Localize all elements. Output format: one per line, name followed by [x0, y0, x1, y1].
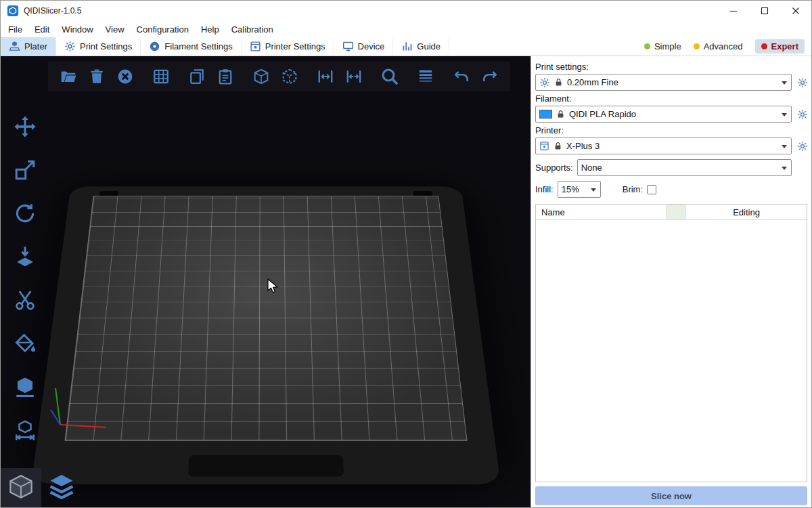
arrows-between-bars-icon — [317, 68, 334, 85]
mode-expert[interactable]: Expert — [755, 39, 805, 54]
rotate-button[interactable] — [5, 194, 45, 232]
search-icon — [380, 67, 399, 86]
fill-bed-button[interactable] — [314, 65, 337, 88]
menu-calibration[interactable]: Calibration — [225, 22, 279, 37]
flatten-icon — [14, 245, 37, 268]
advanced-dot-icon — [694, 43, 700, 49]
minimize-button[interactable] — [718, 1, 749, 21]
filament-combo[interactable]: QIDI PLA Rapido — [535, 106, 792, 123]
delete-button[interactable] — [85, 65, 108, 88]
paste-icon — [217, 68, 234, 85]
tab-printer-settings[interactable]: Printer Settings — [242, 37, 334, 56]
filament-gear-button[interactable] — [796, 107, 809, 122]
mode-simple[interactable]: Simple — [644, 41, 681, 51]
scale-icon — [14, 158, 37, 182]
copy-icon — [188, 68, 206, 85]
maximize-button[interactable] — [749, 1, 780, 21]
rotate-icon — [14, 202, 37, 225]
editor-view-button[interactable] — [1, 468, 41, 507]
menu-configuration[interactable]: Configuration — [131, 22, 195, 37]
brim-checkbox[interactable] — [647, 185, 656, 194]
build-plate-scene — [1, 56, 531, 507]
copy-button[interactable] — [185, 65, 208, 88]
cut-button[interactable] — [5, 281, 45, 319]
move-arrows-icon — [14, 115, 37, 138]
tab-print-settings[interactable]: Print Settings — [56, 37, 141, 56]
support-cube-icon — [14, 375, 37, 398]
move-button[interactable] — [5, 108, 45, 146]
delete-all-button[interactable] — [114, 65, 137, 88]
supports-combo[interactable]: None — [577, 159, 792, 176]
titlebar: QIDISlicer-1.0.5 — [1, 1, 811, 21]
undo-button[interactable] — [450, 65, 473, 88]
tab-label: Print Settings — [80, 41, 132, 51]
menu-edit[interactable]: Edit — [28, 22, 55, 37]
chevron-down-icon — [591, 188, 596, 194]
build-plate-grid — [65, 196, 468, 440]
split-parts-button[interactable] — [278, 65, 301, 88]
arrange-button[interactable] — [150, 65, 173, 88]
tab-label: Guide — [417, 41, 441, 51]
object-list-body[interactable] — [536, 220, 807, 482]
place-on-face-button[interactable] — [5, 238, 45, 276]
printer-bed-frame — [31, 186, 501, 484]
open-folder-icon — [60, 68, 77, 85]
scale-button[interactable] — [5, 151, 45, 189]
printer-icon — [250, 41, 261, 52]
preview-view-button[interactable] — [41, 468, 82, 507]
gear-icon — [797, 141, 808, 152]
plater-icon — [9, 41, 20, 52]
mode-advanced[interactable]: Advanced — [694, 41, 743, 51]
menu-file[interactable]: File — [2, 22, 28, 37]
support-button[interactable] — [5, 368, 45, 406]
menu-window[interactable]: Window — [55, 22, 99, 37]
search-button[interactable] — [378, 65, 401, 88]
print-settings-gear-button[interactable] — [796, 75, 809, 90]
bed-handle — [188, 455, 344, 477]
redo-arrow-icon — [481, 68, 499, 85]
scissors-icon — [14, 289, 37, 312]
arrange-grid-icon — [152, 68, 170, 85]
menu-help[interactable]: Help — [195, 22, 225, 37]
preview-layers-icon — [46, 472, 77, 503]
lock-icon — [554, 78, 563, 87]
mode-switcher: Simple Advanced Expert — [644, 37, 811, 56]
chevron-down-icon — [782, 145, 787, 151]
printer-gear-button[interactable] — [796, 139, 809, 154]
viewport-top-toolbar — [48, 62, 510, 91]
variable-layer-height-button[interactable] — [414, 65, 437, 88]
lock-icon — [556, 110, 565, 119]
remove-instances-button[interactable] — [342, 65, 365, 88]
paint-button[interactable] — [5, 324, 45, 362]
simple-dot-icon — [644, 43, 650, 49]
close-button[interactable] — [780, 1, 811, 21]
slice-now-button[interactable]: Slice now — [535, 486, 807, 505]
menu-view[interactable]: View — [99, 22, 131, 37]
view-mode-toggles — [1, 468, 82, 507]
chevron-down-icon — [782, 113, 787, 119]
paste-button[interactable] — [214, 65, 237, 88]
tab-plater[interactable]: Plater — [1, 37, 56, 56]
print-settings-combo[interactable]: 0.20mm Fine — [535, 74, 792, 91]
printer-combo[interactable]: X-Plus 3 — [535, 137, 792, 154]
editor-cube-icon — [5, 472, 37, 503]
tab-device[interactable]: Device — [334, 37, 394, 56]
filament-icon — [149, 41, 160, 52]
tab-guide[interactable]: Guide — [393, 37, 449, 56]
infill-combo[interactable]: 15% — [558, 181, 601, 198]
tab-label: Printer Settings — [265, 41, 325, 51]
arrows-outward-bars-icon — [345, 68, 363, 85]
gear-icon — [797, 109, 808, 120]
viewport-canvas[interactable] — [1, 56, 531, 507]
delete-all-icon — [116, 68, 134, 85]
open-button[interactable] — [57, 65, 80, 88]
split-objects-button[interactable] — [250, 65, 273, 88]
cube-icon — [252, 68, 270, 85]
tab-label: Filament Settings — [164, 41, 232, 51]
supports-value: None — [581, 163, 777, 173]
supports-label: Supports: — [535, 163, 573, 173]
print-settings-icon — [64, 41, 76, 52]
redo-button[interactable] — [478, 65, 501, 88]
measure-button[interactable] — [5, 411, 45, 449]
tab-filament-settings[interactable]: Filament Settings — [141, 37, 241, 56]
